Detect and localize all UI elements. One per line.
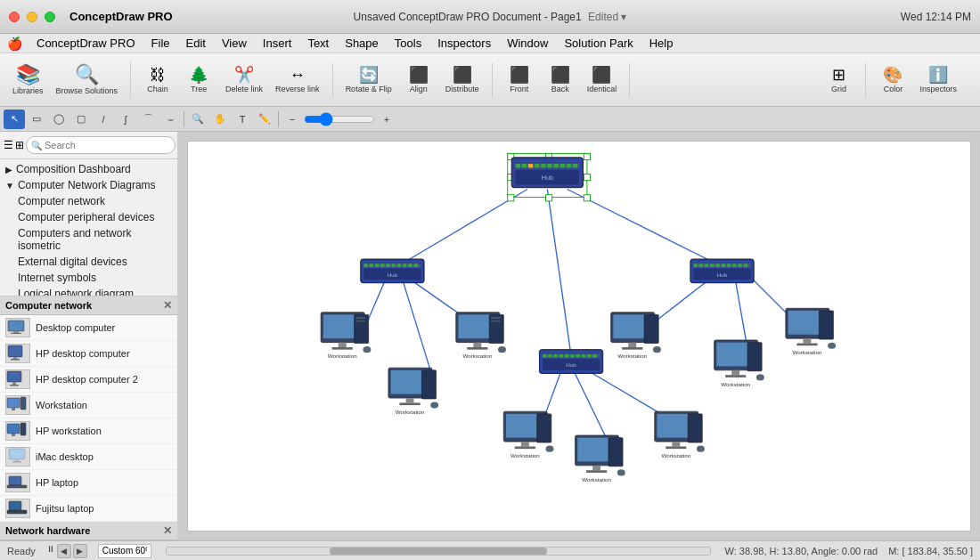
- minimize-button[interactable]: [27, 12, 37, 22]
- lib-item-fujitsu-laptop[interactable]: Fujitsu laptop: [0, 496, 177, 522]
- rotate-flip-button[interactable]: 🔄 Rotate & Flip: [340, 63, 397, 97]
- ellipse-tool[interactable]: ◯: [48, 110, 69, 129]
- lib-item-desktop-computer[interactable]: Desktop computer: [0, 315, 177, 341]
- lib-item-workstation[interactable]: Workstation: [0, 393, 177, 418]
- sidebar-item-logical-network-diagram[interactable]: Logical network diagram: [0, 286, 177, 296]
- lib-item-hp-workstation[interactable]: HP workstation: [0, 418, 177, 444]
- close-button[interactable]: [9, 12, 20, 22]
- menu-shape[interactable]: Shape: [338, 35, 386, 52]
- curve-tool[interactable]: ∫: [115, 110, 136, 129]
- workstation-4[interactable]: Workstation: [611, 312, 663, 360]
- distribute-button[interactable]: ⬛ Distribute: [440, 63, 485, 97]
- menu-view[interactable]: View: [215, 35, 254, 52]
- pen-tool[interactable]: ✏️: [254, 110, 275, 129]
- svg-rect-4: [13, 357, 17, 359]
- menu-edit[interactable]: Edit: [179, 35, 213, 52]
- svg-rect-18: [9, 476, 21, 485]
- zoom-out-btn[interactable]: −: [282, 110, 303, 129]
- delete-link-button[interactable]: ✂️ Delete link: [220, 63, 268, 97]
- menu-text[interactable]: Text: [300, 35, 336, 52]
- arc-tool[interactable]: ⌣: [159, 110, 181, 129]
- zoom-field[interactable]: [98, 544, 151, 558]
- back-button[interactable]: ⬛ Back: [541, 63, 580, 97]
- next-page-button[interactable]: ▶: [73, 544, 87, 558]
- sidebar-item-computer-network[interactable]: Computer network: [0, 193, 177, 209]
- menu-app[interactable]: ConceptDraw PRO: [29, 35, 143, 52]
- libraries-button[interactable]: 📚 Libraries: [7, 61, 49, 99]
- page-navigation: ⏸ ◀ ▶: [46, 544, 87, 558]
- sidebar-item-computer-peripheral[interactable]: Computer peripheral devices: [0, 209, 177, 225]
- menu-tools[interactable]: Tools: [388, 35, 429, 52]
- inspectors-button[interactable]: ℹ️ Inspectors: [914, 63, 962, 97]
- list-view-button[interactable]: ☰: [4, 135, 13, 155]
- svg-rect-99: [587, 354, 591, 358]
- lib-item-hp-desktop-2[interactable]: HP desktop computer 2: [0, 367, 177, 393]
- front-button[interactable]: ⬛ Front: [500, 63, 539, 97]
- lib-item-hp-laptop[interactable]: HP laptop: [0, 470, 177, 496]
- chain-button[interactable]: ⛓ Chain: [138, 63, 177, 97]
- svg-text:Workstation: Workstation: [617, 353, 647, 359]
- color-button[interactable]: 🎨 Color: [873, 63, 912, 97]
- menu-insert[interactable]: Insert: [256, 35, 299, 52]
- pointer-tool[interactable]: ↖: [4, 110, 25, 129]
- menu-help[interactable]: Help: [642, 35, 681, 52]
- sidebar-item-internet-symbols[interactable]: Internet symbols: [0, 270, 177, 286]
- rectangle-tool[interactable]: ▭: [26, 110, 47, 129]
- grid-button[interactable]: ⊞ Grid: [819, 63, 858, 97]
- grid-view-button[interactable]: ⊞: [15, 135, 24, 155]
- menu-solution-park[interactable]: Solution Park: [557, 35, 640, 52]
- hand-tool[interactable]: ✋: [209, 110, 231, 129]
- hub4[interactable]: Hub: [539, 350, 602, 374]
- clock: Wed 12:14 PM: [901, 11, 971, 23]
- zoom-in-tool[interactable]: 🔍: [187, 110, 208, 129]
- workstation-6[interactable]: Workstation: [786, 308, 837, 355]
- search-input[interactable]: [26, 136, 176, 154]
- browse-solutions-button[interactable]: 🔍 Browse Solutions: [51, 61, 124, 99]
- svg-rect-14: [20, 423, 26, 435]
- sidebar-item-composition-dashboard[interactable]: ▶ Composition Dashboard: [0, 161, 177, 177]
- ready-status: Ready: [7, 546, 36, 556]
- svg-text:Hub: Hub: [717, 272, 728, 278]
- workstation-5[interactable]: Workstation: [715, 340, 766, 387]
- computer-network-panel-close[interactable]: ✕: [163, 299, 172, 312]
- network-hardware-panel-close[interactable]: ✕: [163, 524, 172, 537]
- canvas[interactable]: Hub Hub: [187, 141, 971, 532]
- align-button[interactable]: ⬛ Align: [399, 63, 438, 97]
- identical-button[interactable]: ⬛ Identical: [582, 63, 623, 97]
- rounded-rect-tool[interactable]: ▢: [70, 110, 92, 129]
- workstation-2[interactable]: Workstation: [456, 312, 508, 360]
- sidebar-item-computers-network-isometric[interactable]: Computers and network isometric: [0, 225, 177, 254]
- workstation-1[interactable]: Workstation: [321, 312, 372, 360]
- sidebar-item-computer-network-diagrams[interactable]: ▼ Computer Network Diagrams: [0, 177, 177, 193]
- lib-item-label: HP workstation: [36, 426, 102, 436]
- prev-page-button[interactable]: ◀: [57, 544, 71, 558]
- svg-rect-63: [375, 264, 379, 267]
- hp-desktop-icon: [5, 344, 30, 363]
- zoom-slider[interactable]: [304, 113, 375, 126]
- svg-rect-159: [515, 446, 535, 449]
- hub3[interactable]: Hub: [690, 259, 754, 283]
- svg-rect-50: [541, 164, 545, 167]
- menu-inspectors[interactable]: Inspectors: [430, 35, 498, 52]
- svg-rect-40: [508, 195, 514, 201]
- menu-window[interactable]: Window: [500, 35, 555, 52]
- tree-button[interactable]: 🌲 Tree: [179, 63, 218, 97]
- connector-tool[interactable]: ⌒: [137, 110, 159, 129]
- svg-rect-106: [339, 343, 347, 347]
- hub2[interactable]: Hub: [361, 259, 424, 283]
- svg-rect-98: [582, 354, 585, 358]
- text-tool[interactable]: T: [232, 110, 253, 129]
- workstation-3[interactable]: Workstation: [388, 368, 440, 415]
- zoom-in-btn[interactable]: +: [376, 110, 397, 129]
- apple-menu[interactable]: 🍎: [7, 37, 22, 51]
- lib-item-imac-desktop[interactable]: iMac desktop: [0, 444, 177, 470]
- workstation-8[interactable]: Workstation: [576, 435, 627, 483]
- lib-item-hp-desktop[interactable]: HP desktop computer: [0, 341, 177, 367]
- workstation-9[interactable]: Workstation: [655, 411, 706, 459]
- line-tool[interactable]: /: [93, 110, 114, 129]
- sidebar-item-external-digital[interactable]: External digital devices: [0, 254, 177, 270]
- maximize-button[interactable]: [45, 12, 55, 22]
- workstation-7[interactable]: Workstation: [503, 411, 555, 459]
- menu-file[interactable]: File: [144, 35, 177, 52]
- reverse-link-button[interactable]: ↔️ Reverse link: [270, 63, 325, 97]
